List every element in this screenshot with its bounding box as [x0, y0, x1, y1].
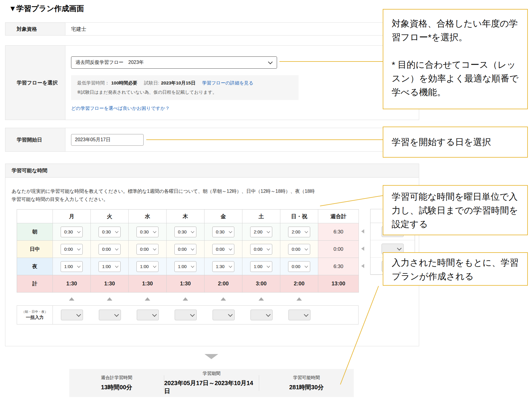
summary-available-label: 学習可能時間 [293, 375, 320, 381]
time-select-night-tue[interactable]: 1:00 [99, 261, 121, 272]
bulk-apply-up-icon[interactable] [183, 297, 188, 301]
time-select-night-sun[interactable]: 0:00 [288, 261, 310, 272]
chevron-down-icon [190, 312, 195, 317]
row-label-night: 夜 [17, 258, 53, 275]
chevron-down-icon [76, 312, 81, 317]
available-time-section: 学習可能な時間 あなたが現実的に学習可能な時間を教えてください。標準的な1週間の… [5, 164, 419, 346]
time-select-night-mon[interactable]: 1:00 [61, 261, 83, 272]
flow-select[interactable]: 過去問反復学習フロー 2023年 [71, 56, 277, 69]
time-select-morning-tue[interactable]: 0:30 [99, 227, 121, 237]
time-value: 0:00 [102, 247, 111, 252]
day-total-tue: 1:30 [91, 275, 129, 293]
flow-help-link[interactable]: どの学習フローを選べば良いかお困りですか？ [71, 105, 170, 112]
time-select-morning-sat[interactable]: 2:00 [250, 227, 272, 237]
time-select-night-wed[interactable]: 1:00 [136, 261, 159, 272]
collapse-left-icon[interactable] [361, 229, 364, 233]
time-value: 0:30 [64, 229, 73, 234]
flow-section: 学習フローを選択 過去問反復学習フロー 2023年 最低学習時間：100時間必要… [5, 45, 419, 120]
bulk-apply-up-icon[interactable] [296, 297, 302, 301]
chevron-down-icon [152, 312, 157, 317]
time-select-daytime-sat[interactable]: 0:00 [250, 244, 272, 255]
bulk-select-fri[interactable] [213, 310, 235, 320]
time-select-morning-mon[interactable]: 0:30 [61, 227, 83, 237]
table-corner-cell [17, 210, 53, 223]
bulk-select-tue[interactable] [99, 310, 121, 320]
bulk-select-thu[interactable] [175, 310, 197, 320]
day-header-sun: 日・祝 [280, 210, 318, 223]
collapse-left-icon[interactable] [361, 264, 364, 268]
bulk-select-sun[interactable] [288, 310, 310, 320]
summary-week-total-value: 13時間00分 [101, 383, 132, 391]
day-header-wed: 水 [129, 210, 167, 223]
time-select-morning-wed[interactable]: 0:30 [136, 227, 159, 237]
time-value: 2:00 [254, 229, 262, 234]
day-total-thu: 1:30 [167, 275, 205, 293]
flow-label: 学習フローを選択 [5, 46, 65, 120]
day-total-sat: 3:00 [242, 275, 280, 293]
summary-available-value: 281時間30分 [289, 383, 324, 391]
callout-available-time-text: 学習可能な時間を曜日単位で入力し、試験日までの学習時間を設定する [392, 190, 519, 231]
time-value: 0:30 [178, 229, 187, 234]
flow-detail-link[interactable]: 学習フローの詳細を見る [202, 80, 253, 85]
time-select-daytime-fri[interactable]: 0:00 [212, 244, 234, 255]
summary-available: 学習可能時間 281時間30分 [259, 375, 354, 391]
time-select-morning-sun[interactable]: 2:00 [288, 227, 310, 237]
time-select-night-fri[interactable]: 1:30 [212, 261, 234, 272]
chevron-down-icon [304, 312, 308, 317]
day-total-sun: 2:00 [280, 275, 318, 293]
bulk-input-row: （朝・日中・夜） 一括入力 [17, 305, 359, 324]
bulk-apply-up-icon[interactable] [107, 297, 112, 301]
chevron-down-icon [191, 264, 194, 267]
bulk-apply-up-icon[interactable] [145, 297, 150, 301]
time-select-daytime-wed[interactable]: 0:00 [136, 244, 159, 255]
qualification-label: 対象資格 [5, 23, 65, 35]
callout-plan-result-text: 入力された時間をもとに、学習プランが作成される [392, 256, 519, 283]
week-grand-total: 13:00 [318, 275, 359, 293]
available-time-header: 学習可能な時間 [5, 164, 419, 178]
chevron-down-icon [229, 230, 232, 233]
exam-date-note: ※試験日はまだ発表されていない為、仮の日程を記載しております。 [77, 90, 293, 95]
summary-bar: 週合計学習時間 13時間00分 学習期間 2023年05月17日～2023年10… [69, 369, 354, 397]
chevron-down-icon [228, 312, 233, 317]
available-time-description: あなたが現実的に学習可能な時間を教えてください。標準的な1週間の各曜日について、… [12, 187, 419, 203]
time-value: 0:30 [140, 229, 149, 234]
flow-select-value: 過去問反復学習フロー 2023年 [76, 59, 144, 66]
time-table: 月 火 水 木 金 土 日・祝 週合計 朝 0:30 0:30 0:30 0:3… [17, 209, 359, 293]
bulk-select-wed[interactable] [137, 310, 159, 320]
bulk-select-sat[interactable] [250, 310, 273, 320]
time-select-morning-fri[interactable]: 0:30 [212, 227, 234, 237]
time-select-morning-thu[interactable]: 0:30 [174, 227, 196, 237]
bulk-input-main-label: 一括入力 [26, 315, 44, 320]
time-value: 1:00 [64, 264, 73, 269]
bulk-apply-up-icon[interactable] [259, 297, 264, 301]
time-select-daytime-thu[interactable]: 0:00 [174, 244, 196, 255]
chevron-down-icon [77, 247, 80, 250]
time-select-daytime-sun[interactable]: 0:00 [288, 244, 310, 255]
bulk-apply-up-icon[interactable] [69, 297, 74, 301]
time-value: 0:00 [140, 247, 149, 252]
bulk-apply-up-icon[interactable] [221, 297, 226, 301]
time-select-daytime-tue[interactable]: 0:00 [99, 244, 121, 255]
chevron-down-icon [153, 230, 156, 233]
page: ▼学習プラン作成画面 対象資格 宅建士 学習フローを選択 過去問反復学習フロー … [0, 0, 532, 403]
time-value: 2:00 [292, 229, 300, 234]
collapse-left-icon[interactable] [361, 247, 364, 251]
chevron-down-icon [114, 312, 119, 317]
exam-date-label: 試験日: [144, 80, 159, 85]
day-total-fri: 2:00 [205, 275, 242, 293]
time-select-daytime-mon[interactable]: 0:00 [61, 244, 83, 255]
row-label-total: 計 [17, 275, 53, 293]
time-value: 0:00 [292, 264, 300, 269]
qualification-value: 宅建士 [65, 23, 86, 35]
summary-period-value: 2023年05月17日～2023年10月14日 [164, 379, 259, 395]
time-value: 0:00 [254, 247, 262, 252]
chevron-down-icon [115, 264, 118, 267]
time-select-night-thu[interactable]: 1:00 [174, 261, 196, 272]
chevron-down-icon [153, 247, 156, 250]
start-date-input[interactable]: 2023年05月17日 [71, 134, 144, 146]
bulk-input-sublabel: （朝・日中・夜） [22, 310, 48, 314]
bulk-select-mon[interactable] [61, 310, 83, 320]
time-select-night-sat[interactable]: 1:00 [250, 261, 272, 272]
chevron-down-icon [268, 60, 273, 64]
summary-period-label: 学習期間 [203, 371, 221, 376]
